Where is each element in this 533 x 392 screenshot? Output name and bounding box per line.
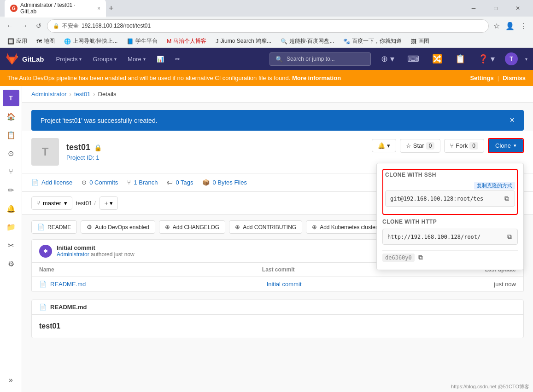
sidebar-item-home[interactable]: 🏠 [3, 108, 19, 125]
sidebar-item-ci[interactable]: ⊙ [3, 145, 19, 161]
nav-refresh-btn[interactable]: ↺ [33, 20, 44, 31]
browser-tab[interactable]: G Administrator / test01 · GitLab × [5, 0, 106, 17]
table-row: 📄 README.md Initial commit just now [32, 277, 523, 292]
branch-selector[interactable]: ⑂ master ▾ [31, 196, 72, 210]
stat-tags[interactable]: 🏷 0 Tags [167, 179, 193, 186]
window-minimize-btn[interactable]: ─ [463, 0, 484, 17]
menu-btn[interactable]: ⋮ [518, 20, 529, 32]
sidebar-item-issues[interactable]: 📋 [3, 127, 19, 143]
bookmark-jiumo[interactable]: J Jiumo Search 鸠摩... [212, 36, 275, 46]
star-btn[interactable]: ☆ Star 0 [400, 139, 441, 153]
alert-close-btn[interactable]: × [510, 115, 515, 125]
commit-time: just now [114, 251, 135, 258]
sidebar-expand-btn[interactable]: » [3, 372, 19, 388]
plus-icon: ⊕ ▾ [381, 54, 394, 64]
nav-forward-btn[interactable]: → [18, 20, 30, 31]
sidebar-avatar[interactable]: T [3, 90, 19, 106]
profile-btn[interactable]: 👤 [504, 20, 516, 32]
file-name-cell[interactable]: 📄 README.md [39, 281, 267, 288]
copy-ssh-btn[interactable]: ⧉ [504, 194, 510, 203]
window-close-btn[interactable]: ✕ [507, 0, 528, 17]
clone-btn[interactable]: Clone ▾ [489, 139, 523, 152]
branch-chevron: ▾ [64, 200, 67, 207]
breadcrumb-project[interactable]: test01 [74, 91, 90, 98]
nav-avatar-chevron: ▾ [525, 57, 527, 62]
banner-dismiss-link[interactable]: Dismiss [503, 75, 526, 81]
copy-http-icon: ⧉ [507, 233, 512, 240]
project-name: test01 [66, 143, 90, 152]
add-contributing-btn[interactable]: ⊕ Add CONTRIBUTING [229, 220, 302, 234]
add-changelog-btn[interactable]: ⊕ Add CHANGELOG [159, 220, 225, 234]
avatar-initial: T [510, 56, 513, 62]
address-bar[interactable]: 🔒 不安全 192.168.100.128/root/test01 [47, 19, 489, 33]
sidebar-item-settings[interactable]: ⚙ [3, 255, 19, 272]
add-k8s-btn[interactable]: ⊕ Add Kubernetes cluster [306, 220, 383, 234]
groups-chevron: ▾ [114, 57, 117, 62]
notifications-btn[interactable]: 🔔 ▾ [372, 139, 396, 152]
bookmark-paint[interactable]: 🖼 画图 [407, 36, 433, 46]
new-tab-btn[interactable]: + [106, 3, 117, 14]
nav-help-btn[interactable]: ❓ ▾ [475, 51, 498, 67]
sidebar-item-snippets[interactable]: 📁 [3, 219, 19, 235]
nav-chart[interactable]: 📊 [152, 53, 169, 65]
fork-btn[interactable]: ⑂ Fork 0 [444, 139, 484, 153]
nav-clipboard-btn[interactable]: 📋 [452, 51, 468, 67]
stat-commits[interactable]: ⊙ 0 Commits [82, 179, 118, 186]
sidebar-item-wiki[interactable]: ✏ [3, 182, 19, 198]
nav-merge-btn[interactable]: 🔀 [429, 51, 445, 67]
stat-files[interactable]: 📦 0 Bytes Files [202, 179, 246, 186]
fork-label: Fork [456, 142, 468, 149]
copy-http-btn[interactable]: ⧉ [506, 232, 513, 242]
gitlab-label: GitLab [22, 55, 44, 63]
branch-icon: ⑂ [36, 200, 40, 207]
banner-settings-link[interactable]: Settings [470, 75, 493, 81]
tab-close-btn[interactable]: × [98, 6, 100, 11]
nav-back-btn[interactable]: ← [4, 20, 16, 31]
bookmark-baidu[interactable]: 🐾 百度一下，你就知道 [340, 36, 405, 46]
bookmark-map[interactable]: 🗺 地图 [33, 36, 59, 46]
file-commit-msg[interactable]: Initial commit [267, 281, 494, 288]
readme-section: 📄 README.md test01 [31, 300, 524, 338]
keyboard-icon: ⌨ [407, 54, 419, 64]
bookmark-btn[interactable]: ☆ [492, 20, 502, 32]
copy-hash-btn[interactable]: ⧉ [417, 253, 424, 262]
file-name-text: README.md [50, 281, 86, 288]
bookmark-blog[interactable]: M 马治个人博客 [163, 36, 210, 46]
window-maximize-btn[interactable]: □ [485, 0, 506, 17]
stat-branches[interactable]: ⑂ 1 Branch [127, 179, 158, 186]
add-changelog-label: Add CHANGELOG [173, 224, 219, 231]
bookmark-search[interactable]: 🔍 超能搜·百度网盘... [277, 36, 338, 46]
project-lock-icon: 🔒 [94, 144, 102, 151]
nav-avatar[interactable]: T [505, 52, 518, 65]
clone-http-url: http://192.168.100.128/root/ [387, 234, 504, 240]
bookmark-nav[interactable]: 🌐 上网导航·轻快上... [60, 36, 121, 46]
edit-icon: ✏ [175, 56, 180, 63]
stat-commits-label: 0 Commits [89, 179, 118, 186]
readme-file-icon: 📄 [39, 304, 47, 311]
breadcrumb-admin[interactable]: Administrator [31, 91, 67, 98]
nav-edit[interactable]: ✏ [170, 53, 185, 65]
banner-more-link[interactable]: More information [292, 75, 341, 81]
nav-projects[interactable]: Projects ▾ [52, 53, 87, 65]
sidebar-item-merge[interactable]: ⑂ [3, 163, 19, 180]
gitlab-logo[interactable]: GitLab [6, 52, 44, 65]
add-file-btn[interactable]: + ▾ [100, 196, 118, 210]
bookmark-label: 超能搜·百度网盘... [289, 37, 334, 45]
nav-plus-btn[interactable]: ⊕ ▾ [378, 51, 397, 67]
bookmark-apps[interactable]: 🔲 应用 [4, 36, 31, 46]
stat-files-label: 0 Bytes Files [212, 179, 246, 186]
readme-btn[interactable]: 📄 README [31, 220, 77, 234]
nav-more[interactable]: More ▾ [123, 53, 150, 65]
nav-search[interactable]: 🔍 Search or jump to... [269, 52, 371, 66]
auto-devops-btn[interactable]: ⚙ Auto DevOps enabled [81, 220, 155, 234]
stat-add-license[interactable]: 📄 Add license [31, 179, 72, 186]
nav-groups[interactable]: Groups ▾ [88, 53, 121, 65]
plus-contributing-icon: ⊕ [235, 224, 240, 231]
commit-author-link[interactable]: Administrator [57, 251, 89, 258]
sidebar-item-scissors[interactable]: ✂ [3, 237, 19, 254]
sidebar-item-notifications[interactable]: 🔔 [3, 200, 19, 217]
banner-link-text: More information [292, 75, 341, 81]
bookmark-label: 地图 [44, 37, 55, 45]
bookmark-student[interactable]: 📘 学生平台 [123, 36, 161, 46]
nav-keyboard-btn[interactable]: ⌨ [404, 51, 422, 67]
